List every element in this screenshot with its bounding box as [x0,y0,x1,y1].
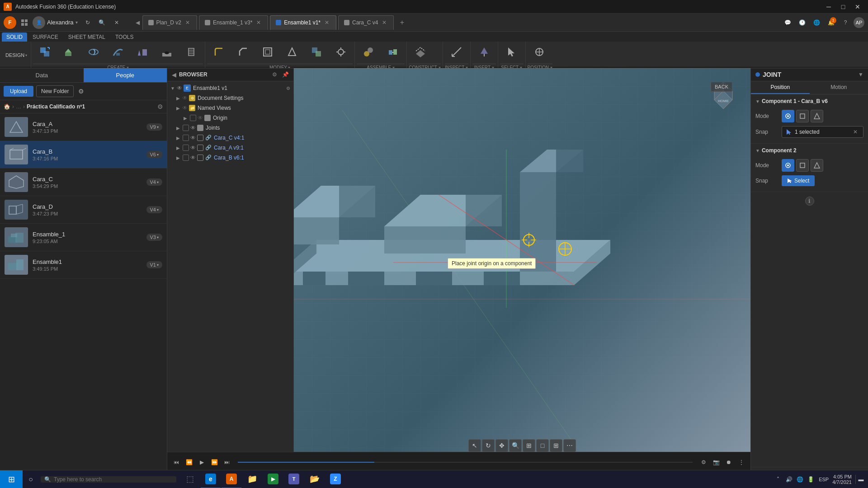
history-icon[interactable]: 🕐 [796,16,808,29]
as-built-joint-btn[interactable] [381,40,405,64]
tree-expand-icon[interactable]: ▶ [175,124,182,131]
joint-mode-btn-3[interactable] [811,110,823,122]
battery-icon[interactable]: 🔋 [806,475,815,484]
tab-scroll-prev[interactable]: ◀ [134,19,142,26]
timeline-camera-btn[interactable]: 📷 [711,457,722,468]
file-item-cara-c[interactable]: Cara_C 3:54:29 PM V4 ▾ [0,169,167,196]
breadcrumb-settings-btn[interactable]: ⚙ [157,103,163,110]
tree-root[interactable]: ▼ 👁 E Ensamble1 v1 ⚙ [167,83,293,93]
display-mode-btn[interactable]: □ [536,439,549,452]
minimize-button[interactable]: ─ [822,2,835,11]
browser-collapse-btn[interactable]: ◀ [171,70,177,79]
move-btn[interactable] [329,40,353,64]
tree-eye-icon[interactable]: 👁 [182,105,188,111]
design-dropdown[interactable]: DESIGN ▾ [4,52,29,59]
center-3d-view[interactable]: Place joint origin on a component BACK H… [167,68,750,488]
fillet-btn[interactable] [207,40,231,64]
speaker-icon[interactable]: 🔊 [784,475,793,484]
position-btn[interactable] [528,40,551,64]
joint-select-btn[interactable]: Select [782,175,815,186]
tree-eye-icon[interactable]: 👁 [190,155,196,161]
insert-mesh-btn[interactable] [472,40,496,64]
joint-tab-motion[interactable]: Motion [810,81,868,94]
sweep-btn[interactable] [106,40,130,64]
globe-icon[interactable]: 🌐 [810,16,823,29]
file-item-cara-a[interactable]: Cara_A 3:47:13 PM V9 ▾ [0,113,167,141]
joint-btn[interactable] [357,40,380,64]
browser-settings-icon[interactable]: ⚙ [270,70,279,79]
taskbar-app-teams[interactable]: T [284,470,304,488]
grid-icon[interactable] [21,19,28,26]
extrude-btn[interactable] [57,40,81,64]
offset-plane-btn[interactable] [409,40,432,64]
tab-cara-c-v4[interactable]: Cara_C v4 ✕ [338,15,394,30]
close-panel-icon[interactable]: ✕ [110,16,123,29]
loft-btn[interactable] [131,40,154,64]
timeline-prev-btn[interactable]: ⏪ [184,457,194,468]
taskbar-app-taskview[interactable]: ⬚ [180,470,200,488]
tree-expand-icon[interactable]: ▼ [169,84,176,92]
file-version-cara-a[interactable]: V9 ▾ [146,123,162,131]
file-item-ensamble1b[interactable]: Ensamble1 3:49:15 PM V1 ▾ [0,251,167,279]
timeline-play-btn[interactable]: ▶ [196,457,207,468]
panel-tab-people[interactable]: People [84,68,167,82]
tree-named-views[interactable]: ▶ 👁 📁 Named Views [167,103,293,113]
panel-tab-data[interactable]: Data [0,68,84,82]
tab-close-icon[interactable]: ✕ [381,19,388,26]
tree-check-box[interactable] [183,155,189,161]
more-view-btn[interactable]: ⋯ [563,439,576,452]
refresh-icon[interactable]: ↻ [81,16,94,29]
measure-btn[interactable] [445,40,468,64]
tree-eye-icon[interactable]: 👁 [182,95,188,101]
tab-plan-d[interactable]: Plan_D v2 ✕ [142,15,197,30]
tree-eye-icon[interactable]: 👁 [190,125,196,131]
tree-eye-icon[interactable]: 👁 [176,85,183,91]
file-version-ensamble1b[interactable]: V1 ▾ [146,261,162,268]
taskbar-search-input[interactable] [54,476,173,483]
taskbar-search-box[interactable]: 🔍 [41,476,176,483]
thread-btn[interactable] [179,40,203,64]
tab-close-icon[interactable]: ✕ [255,19,262,26]
file-item-cara-b[interactable]: Cara_B 3:47:16 PM V6 ▾ [0,141,167,169]
orbit-btn[interactable]: ↻ [482,439,495,452]
tree-cara-c[interactable]: ▶ 👁 🔗 Cara_C v4:1 [167,133,293,143]
tab-close-icon[interactable]: ✕ [323,19,330,26]
timeline-more-btn[interactable]: ⋮ [736,457,747,468]
taskbar-app-edge[interactable]: e [201,470,221,488]
tab-close-icon[interactable]: ✕ [184,19,191,26]
tree-expand-icon[interactable]: ▶ [175,134,182,141]
timeline-first-btn[interactable]: ⏮ [171,457,182,468]
tree-check-box[interactable] [183,135,189,141]
search-button[interactable]: ○ [23,470,39,488]
chamfer-btn[interactable] [231,40,255,64]
taskbar-app-media[interactable]: ▶ [263,470,283,488]
joint-tab-position[interactable]: Position [751,81,810,94]
tree-settings-icon[interactable]: ⚙ [284,84,292,92]
tree-expand-icon[interactable]: ▶ [175,144,182,151]
show-desktop-btn[interactable]: ▬ [855,475,864,484]
info-icon[interactable]: ℹ [805,197,814,206]
fit-screen-btn[interactable]: ⊞ [523,439,535,452]
user-initials[interactable]: AP [854,17,864,28]
new-component-btn[interactable] [33,40,57,64]
timeline-last-btn[interactable]: ⏭ [222,457,232,468]
file-item-ensamble1[interactable]: Ensamble_1 9:23:05 AM V3 ▾ [0,224,167,251]
timeline-next-btn[interactable]: ⏩ [209,457,220,468]
tree-origin[interactable]: ▶ 👁 Origin [167,113,293,123]
breadcrumb-home[interactable]: 🏠 [4,103,10,110]
select-tool-btn[interactable]: ↖ [468,439,481,452]
search-icon[interactable]: 🔍 [96,16,108,29]
tree-joints[interactable]: ▶ 👁 Joints [167,123,293,133]
notification-icon[interactable]: 🔔 1 [825,16,837,29]
joint-comp2-mode-btn-1[interactable] [782,159,794,172]
taskbar-app-autodesk[interactable]: A [222,470,241,488]
tree-check-box[interactable] [183,145,189,151]
tab-ensamble1v3[interactable]: Ensamble_1 v3* ✕ [199,15,268,30]
grid-btn[interactable]: ⊞ [550,439,562,452]
close-button[interactable]: ✕ [851,2,864,11]
start-button[interactable]: ⊞ [0,470,23,488]
chevron-up-icon[interactable]: ˄ [774,475,783,484]
taskbar-app-zoom[interactable]: Z [326,470,345,488]
file-version-cara-c[interactable]: V4 ▾ [146,178,162,186]
zoom-btn[interactable]: 🔍 [509,439,522,452]
